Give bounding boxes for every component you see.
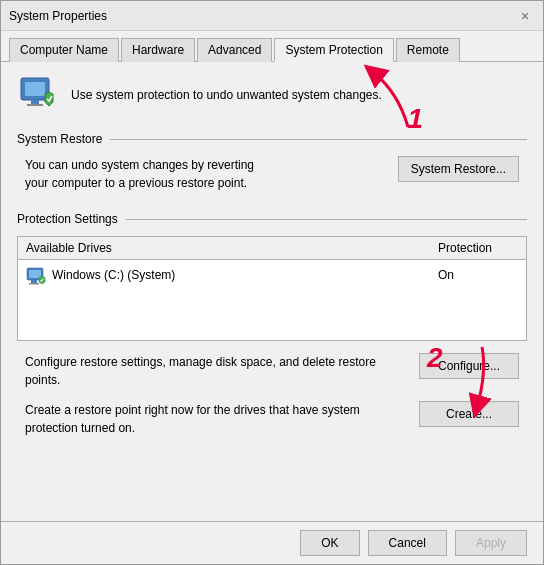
tab-remote[interactable]: Remote	[396, 38, 460, 62]
protection-status: On	[438, 268, 518, 282]
configure-description: Configure restore settings, manage disk …	[25, 353, 403, 389]
header-description: Use system protection to undo unwanted s…	[71, 88, 382, 102]
create-section: Create a restore point right now for the…	[17, 401, 527, 437]
table-header: Available Drives Protection	[18, 237, 526, 260]
system-restore-button[interactable]: System Restore...	[398, 156, 519, 182]
shield-icon	[17, 74, 59, 116]
main-content: Use system protection to undo unwanted s…	[1, 62, 543, 521]
tab-computer-name[interactable]: Computer Name	[9, 38, 119, 62]
tab-bar: Computer Name Hardware Advanced System P…	[1, 31, 543, 62]
create-description: Create a restore point right now for the…	[25, 401, 403, 437]
cancel-button[interactable]: Cancel	[368, 530, 447, 556]
svg-rect-7	[29, 270, 41, 278]
svg-rect-3	[27, 104, 43, 106]
header-section: Use system protection to undo unwanted s…	[17, 74, 527, 116]
create-button[interactable]: Create...	[419, 401, 519, 427]
step1-annotation: 1	[407, 103, 423, 135]
system-restore-section: System Restore You can undo system chang…	[17, 132, 527, 192]
col-protection: Protection	[438, 241, 518, 255]
ok-button[interactable]: OK	[300, 530, 359, 556]
tab-hardware[interactable]: Hardware	[121, 38, 195, 62]
window-title: System Properties	[9, 9, 107, 23]
svg-rect-1	[25, 82, 45, 96]
svg-rect-8	[31, 280, 37, 283]
svg-rect-2	[31, 100, 39, 104]
protection-settings-section: Protection Settings Available Drives Pro…	[17, 212, 527, 437]
drive-cell: Windows (C:) (System)	[26, 266, 438, 284]
system-restore-description: You can undo system changes by reverting…	[25, 156, 382, 192]
drive-name: Windows (C:) (System)	[52, 268, 175, 282]
system-restore-title: System Restore	[17, 132, 527, 146]
title-bar: System Properties ×	[1, 1, 543, 31]
footer-buttons: OK Cancel Apply	[1, 521, 543, 564]
svg-marker-4	[45, 92, 53, 106]
system-restore-content: You can undo system changes by reverting…	[17, 156, 527, 192]
system-properties-window: System Properties × Computer Name Hardwa…	[0, 0, 544, 565]
tab-advanced[interactable]: Advanced	[197, 38, 272, 62]
configure-section: Configure restore settings, manage disk …	[17, 353, 527, 389]
close-button[interactable]: ×	[515, 6, 535, 26]
svg-rect-9	[29, 283, 39, 285]
col-available-drives: Available Drives	[26, 241, 438, 255]
protection-settings-title: Protection Settings	[17, 212, 527, 226]
configure-button[interactable]: Configure...	[419, 353, 519, 379]
tab-system-protection[interactable]: System Protection	[274, 38, 393, 62]
apply-button[interactable]: Apply	[455, 530, 527, 556]
drive-icon	[26, 266, 46, 284]
table-row[interactable]: Windows (C:) (System) On	[18, 260, 526, 290]
drives-table: Available Drives Protection	[17, 236, 527, 341]
table-empty-area	[18, 290, 526, 340]
